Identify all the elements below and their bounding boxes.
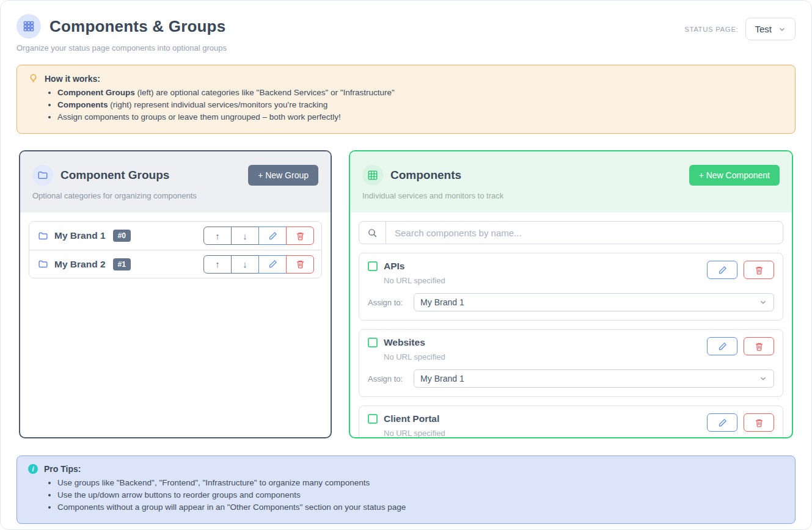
assign-group-select[interactable]: My Brand 1	[414, 293, 774, 311]
group-order-badge: #0	[113, 230, 131, 242]
assign-to-label: Assign to:	[368, 374, 403, 383]
delete-group-button[interactable]	[286, 255, 314, 274]
component-name: APIs	[384, 261, 404, 272]
group-name: My Brand 1	[54, 230, 106, 241]
delete-group-button[interactable]	[286, 227, 314, 245]
page-header: Components & Groups Organize your status…	[16, 14, 796, 53]
component-card: APIs No URL specified	[359, 253, 783, 321]
table-grid-icon	[362, 165, 383, 186]
assigned-group-value: My Brand 1	[420, 297, 464, 307]
trash-icon	[296, 260, 305, 269]
edit-group-button[interactable]	[258, 255, 287, 274]
move-up-button[interactable]: ↑	[203, 227, 232, 245]
groups-panel-subtitle: Optional categories for organizing compo…	[32, 191, 318, 200]
chevron-down-icon	[778, 25, 786, 34]
move-down-button[interactable]: ↓	[231, 255, 259, 274]
component-checkbox[interactable]	[368, 338, 378, 347]
trash-icon	[296, 231, 305, 241]
pro-tip-item: Components without a group will appear i…	[57, 503, 784, 512]
search-icon	[359, 222, 386, 244]
edit-component-button[interactable]	[707, 261, 737, 279]
pencil-icon	[268, 231, 277, 241]
how-it-works-title: How it works:	[45, 74, 100, 84]
group-row: My Brand 2 #1 ↑ ↓	[29, 250, 321, 278]
status-page-value: Test	[755, 24, 772, 34]
edit-component-button[interactable]	[707, 413, 737, 432]
component-name: Client Portal	[384, 413, 439, 424]
group-name: My Brand 2	[54, 259, 106, 270]
pencil-icon	[718, 418, 727, 427]
component-checkbox[interactable]	[368, 261, 378, 271]
component-groups-panel: Component Groups + New Group Optional ca…	[19, 150, 332, 438]
status-page-select[interactable]: Test	[745, 18, 796, 40]
components-panel-subtitle: Individual services and monitors to trac…	[362, 191, 780, 200]
delete-component-button[interactable]	[744, 337, 774, 355]
pro-tips-box: i Pro Tips: Use groups like "Backend", "…	[16, 456, 796, 524]
group-order-badge: #1	[113, 258, 131, 270]
move-down-button[interactable]: ↓	[231, 227, 259, 245]
component-search	[359, 221, 783, 244]
components-panel-title: Components	[390, 169, 461, 182]
group-row: My Brand 1 #0 ↑ ↓	[29, 222, 321, 250]
component-card: Client Portal No URL specified	[359, 405, 783, 438]
folder-icon	[38, 259, 48, 269]
new-group-button[interactable]: + New Group	[248, 165, 318, 186]
component-url-note: No URL specified	[384, 276, 445, 285]
delete-component-button[interactable]	[744, 413, 774, 432]
chevron-down-icon	[759, 374, 767, 383]
pro-tip-item: Use the up/down arrow buttons to reorder…	[57, 490, 784, 499]
component-card: Websites No URL specified	[359, 329, 783, 397]
how-it-works-item: Assign components to groups or leave the…	[57, 112, 784, 122]
page-subtitle: Organize your status page components int…	[16, 43, 227, 53]
folder-icon	[38, 231, 48, 241]
folder-icon	[32, 165, 53, 186]
trash-icon	[755, 266, 764, 275]
grid-apps-icon	[16, 14, 41, 38]
trash-icon	[755, 342, 764, 351]
delete-component-button[interactable]	[744, 261, 774, 279]
pencil-icon	[718, 266, 727, 275]
how-it-works-item: Component Groups (left) are optional cat…	[57, 88, 784, 97]
component-url-note: No URL specified	[384, 429, 445, 438]
how-it-works-item: Components (right) represent individual …	[57, 100, 784, 109]
groups-panel-title: Component Groups	[60, 169, 169, 182]
search-input[interactable]	[386, 222, 783, 244]
pencil-icon	[718, 342, 727, 351]
components-groups-page: Components & Groups Organize your status…	[0, 0, 812, 530]
page-title: Components & Groups	[49, 17, 225, 36]
assign-to-label: Assign to:	[368, 298, 403, 307]
group-list: My Brand 1 #0 ↑ ↓	[29, 221, 322, 278]
status-page-label: STATUS PAGE:	[684, 26, 738, 33]
edit-group-button[interactable]	[258, 227, 287, 245]
assign-group-select[interactable]: My Brand 1	[414, 369, 774, 388]
component-url-note: No URL specified	[384, 352, 445, 361]
lightbulb-icon	[28, 73, 38, 84]
component-name: Websites	[384, 337, 425, 348]
move-up-button[interactable]: ↑	[203, 255, 232, 274]
assigned-group-value: My Brand 1	[420, 374, 464, 383]
pro-tips-title: Pro Tips:	[44, 464, 81, 474]
info-icon: i	[28, 464, 38, 474]
chevron-down-icon	[759, 298, 767, 307]
components-panel: Components + New Component Individual se…	[349, 150, 793, 438]
pro-tip-item: Use groups like "Backend", "Frontend", "…	[57, 478, 784, 487]
how-it-works-box: How it works: Component Groups (left) ar…	[16, 65, 796, 134]
trash-icon	[755, 418, 764, 427]
pencil-icon	[268, 260, 277, 269]
edit-component-button[interactable]	[707, 337, 737, 355]
component-checkbox[interactable]	[368, 414, 378, 424]
new-component-button[interactable]: + New Component	[689, 165, 780, 186]
